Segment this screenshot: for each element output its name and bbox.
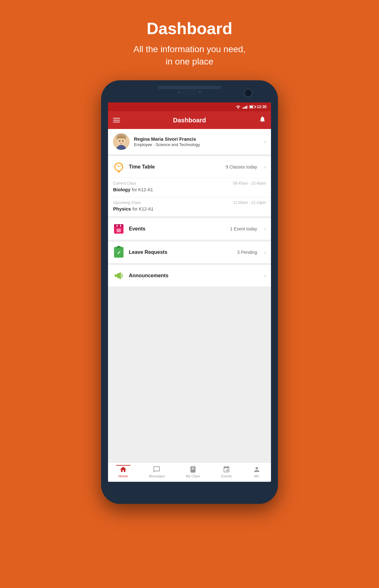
timetable-chevron-icon: ›	[264, 164, 266, 170]
hamburger-menu-button[interactable]	[113, 118, 120, 122]
speaker-grid	[183, 90, 197, 95]
upcoming-class-name: Physics for K12-A1	[113, 206, 266, 212]
speaker-cell	[192, 92, 193, 93]
nav-item-home[interactable]: Home	[116, 465, 130, 479]
events-header[interactable]: Events 1 Event today ›	[108, 218, 271, 240]
notification-bell-button[interactable]	[259, 116, 266, 125]
nav-label-myclass: My Class	[186, 474, 200, 478]
timetable-title: Time Table	[129, 164, 221, 170]
speaker-cell	[188, 90, 189, 91]
status-icons: 12:30	[236, 105, 267, 109]
leave-requests-count: 3 Pending	[237, 250, 257, 255]
status-bar: 12:30	[108, 102, 271, 111]
leave-requests-title: Leave Requests	[129, 249, 233, 255]
speaker-cell	[186, 94, 187, 95]
speaker-cell	[192, 90, 193, 91]
speaker-cell	[188, 94, 189, 95]
nav-item-myclass[interactable]: My Class	[183, 465, 202, 479]
upcoming-class-time: 11:00am - 12.10pm	[233, 200, 266, 205]
speaker-cell	[196, 90, 197, 91]
nav-item-events[interactable]: Events	[219, 465, 234, 479]
speaker-cell	[184, 94, 185, 95]
nav-item-me[interactable]: Me	[250, 465, 263, 479]
phone-screen: 12:30 Dashboard	[108, 102, 271, 482]
speaker-cell	[184, 92, 185, 93]
current-class-name: Biology for K12-A1	[113, 187, 266, 193]
current-class-card[interactable]: Current Class 09:45am - 10.40am Biology …	[108, 178, 271, 197]
events-calendar-icon	[113, 223, 124, 235]
app-bar-title: Dashboard	[173, 117, 206, 124]
profile-chevron-icon: ›	[264, 138, 266, 145]
speaker-cell	[196, 92, 197, 93]
avatar-image	[113, 133, 129, 150]
announcements-title: Announcements	[129, 273, 260, 279]
events-count: 1 Event today	[230, 226, 257, 231]
upcoming-class-label: Upcoming Class 11:00am - 12.10pm	[113, 200, 266, 205]
svg-point-2	[117, 137, 125, 146]
app-bar: Dashboard	[108, 111, 271, 129]
events-chevron-icon: ›	[264, 226, 266, 232]
signal-icon	[243, 105, 247, 109]
profile-card[interactable]: Regina Maria Sivori Francis Employee : S…	[108, 129, 271, 154]
bottom-nav: Home Messages My Class	[108, 462, 271, 482]
current-class-label: Current Class 09:45am - 10.40am	[113, 181, 266, 186]
svg-rect-6	[115, 274, 117, 277]
nav-label-events: Events	[221, 474, 232, 478]
current-class-time: 09:45am - 10.40am	[233, 181, 266, 186]
speaker-cell	[192, 94, 193, 95]
messages-icon	[153, 466, 160, 473]
home-icon	[119, 466, 127, 473]
leave-requests-clipboard-icon: ✓	[113, 247, 124, 258]
leave-requests-header[interactable]: ✓ Leave Requests 3 Pending ›	[108, 242, 271, 263]
speaker	[178, 90, 201, 95]
page-subtitle: All the information you need, in one pla…	[134, 43, 246, 68]
speaker-dot	[178, 91, 181, 94]
announcements-megaphone-icon	[113, 270, 124, 281]
svg-point-4	[122, 140, 123, 142]
leave-requests-chevron-icon: ›	[264, 249, 266, 256]
leave-requests-section[interactable]: ✓ Leave Requests 3 Pending ›	[108, 242, 271, 263]
nav-label-messages: Messages	[149, 474, 165, 478]
wifi-icon	[236, 105, 241, 109]
speaker-cell	[196, 94, 197, 95]
profile-name: Regina Maria Sivori Francis	[134, 136, 260, 142]
speaker-dot	[199, 91, 201, 94]
status-time: 12:30	[257, 105, 267, 109]
myclass-icon	[189, 466, 197, 473]
nav-label-me: Me	[254, 474, 259, 478]
speaker-cell	[194, 94, 195, 95]
speaker-cell	[184, 90, 185, 91]
camera	[244, 89, 253, 97]
timetable-clock-icon	[113, 161, 124, 173]
events-title: Events	[129, 226, 226, 232]
timetable-count: 9 Classes today	[226, 164, 257, 169]
speaker-cell	[183, 90, 183, 91]
timetable-header[interactable]: Time Table 9 Classes today ›	[108, 156, 271, 178]
upcoming-class-card[interactable]: Upcoming Class 11:00am - 12.10pm Physics…	[108, 197, 271, 216]
speaker-cell	[183, 92, 183, 93]
speaker-cell	[194, 92, 195, 93]
nav-label-home: Home	[118, 474, 128, 478]
megaphone-svg	[114, 271, 123, 280]
svg-point-3	[119, 140, 120, 142]
profile-role: Employee : Science and Technology	[134, 142, 260, 147]
timetable-section[interactable]: Time Table 9 Classes today › Current Cla…	[108, 156, 271, 216]
speaker-cell	[186, 92, 187, 93]
speaker-cell	[188, 92, 189, 93]
events-section[interactable]: Events 1 Event today ›	[108, 218, 271, 240]
announcements-chevron-icon: ›	[264, 273, 266, 279]
battery-icon	[249, 105, 255, 108]
speaker-cell	[190, 90, 191, 91]
speaker-cell	[194, 90, 195, 91]
profile-info: Regina Maria Sivori Francis Employee : S…	[134, 136, 260, 147]
screen-content[interactable]: Regina Maria Sivori Francis Employee : S…	[108, 129, 271, 462]
me-icon	[253, 466, 261, 473]
speaker-cell	[183, 94, 183, 95]
page-title: Dashboard	[134, 19, 246, 38]
nav-item-messages[interactable]: Messages	[146, 465, 167, 479]
announcements-header[interactable]: Announcements ›	[108, 265, 271, 286]
speaker-cell	[186, 90, 187, 91]
announcements-section[interactable]: Announcements ›	[108, 265, 271, 286]
phone-device: 12:30 Dashboard	[101, 80, 278, 504]
avatar	[113, 133, 129, 150]
